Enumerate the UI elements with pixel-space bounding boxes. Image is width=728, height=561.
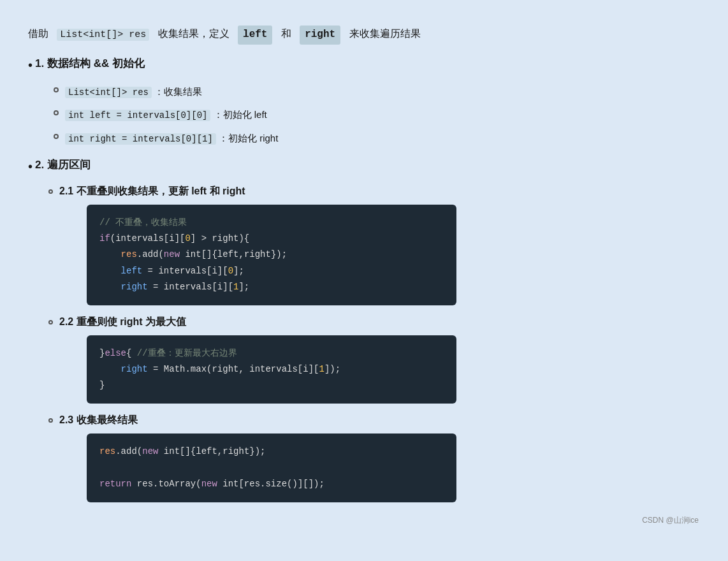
footer: CSDN @山涧ice bbox=[28, 515, 699, 526]
section1-title: 1. 数据结构 && 初始化 bbox=[35, 56, 145, 71]
code-line bbox=[99, 460, 444, 476]
intro-highlight2: right bbox=[300, 26, 340, 45]
section2-title: 2. 遍历区间 bbox=[35, 157, 91, 172]
item-text: int left = intervals[0][0] ：初始化 left bbox=[65, 106, 267, 124]
code-block-2-3: res.add(new int[]{left,right}); return r… bbox=[87, 433, 456, 502]
item-desc: ：收集结果 bbox=[154, 86, 202, 97]
item-code: int left = intervals[0][0] bbox=[65, 110, 210, 121]
code-line: if(intervals[i][0] > right){ bbox=[99, 231, 444, 247]
item-text: int right = intervals[0][1] ：初始化 right bbox=[65, 130, 278, 147]
item-code: List<int[]> res bbox=[65, 87, 152, 98]
section2-bullet: • bbox=[28, 157, 33, 175]
intro-highlight1: left bbox=[238, 26, 272, 45]
code-line: right = intervals[i][1]; bbox=[99, 279, 444, 295]
subsection-2-3: 2.3 收集最终结果 res.add(new int[]{left,right}… bbox=[48, 414, 699, 502]
section1-header: • 1. 数据结构 && 初始化 bbox=[28, 56, 699, 78]
intro-text-end: 来收集遍历结果 bbox=[349, 28, 421, 39]
code-block-2-1: // 不重叠，收集结果 if(intervals[i][0] > right){… bbox=[87, 205, 456, 305]
list-item: int left = intervals[0][0] ：初始化 left bbox=[54, 106, 699, 124]
intro-line: 借助 List<int[]> res 收集结果，定义 left 和 right … bbox=[28, 26, 699, 45]
intro-text-and: 和 bbox=[281, 28, 291, 39]
code-line: res.add(new int[]{left,right}); bbox=[99, 247, 444, 263]
subsection-2-2: 2.2 重叠则使 right 为最大值 }else{ //重叠：更新最大右边界 … bbox=[48, 316, 699, 404]
code-line: // 不重叠，收集结果 bbox=[99, 215, 444, 231]
list-item: int right = intervals[0][1] ：初始化 right bbox=[54, 130, 699, 147]
circle-dot-icon bbox=[48, 418, 53, 423]
circle-dot-icon bbox=[48, 189, 53, 194]
section1-list: List<int[]> res ：收集结果 int left = interva… bbox=[33, 84, 699, 147]
code-line: left = intervals[i][0]; bbox=[99, 263, 444, 279]
code-line: }else{ //重叠：更新最大右边界 bbox=[99, 346, 444, 361]
code-block-2-2: }else{ //重叠：更新最大右边界 right = Math.max(rig… bbox=[87, 335, 456, 404]
list-item: List<int[]> res ：收集结果 bbox=[54, 84, 699, 101]
item-desc: ：初始化 left bbox=[214, 109, 267, 120]
code-line: } bbox=[99, 377, 444, 393]
section2-header: • 2. 遍历区间 bbox=[28, 157, 699, 180]
intro-code1: List<int[]> res bbox=[57, 29, 149, 41]
subsection-2-1-title: 2.1 不重叠则收集结果，更新 left 和 right bbox=[48, 185, 699, 198]
footer-text: CSDN @山涧ice bbox=[642, 516, 699, 525]
item-desc: ：初始化 right bbox=[219, 133, 278, 143]
sub-bullet-icon bbox=[54, 87, 59, 92]
section1-bullet: • bbox=[28, 56, 33, 74]
item-text: List<int[]> res ：收集结果 bbox=[65, 84, 202, 101]
item-code: int right = intervals[0][1] bbox=[65, 133, 216, 145]
code-line: return res.toArray(new int[res.size()][]… bbox=[99, 476, 444, 492]
intro-text-before: 借助 bbox=[28, 28, 48, 39]
code-line: res.add(new int[]{left,right}); bbox=[99, 444, 444, 460]
subsection-2-3-title: 2.3 收集最终结果 bbox=[48, 414, 699, 427]
main-container: 借助 List<int[]> res 收集结果，定义 left 和 right … bbox=[13, 13, 714, 539]
sub-bullet-icon bbox=[54, 110, 59, 115]
code-line: right = Math.max(right, intervals[i][1])… bbox=[99, 361, 444, 377]
intro-text-middle1: 收集结果，定义 bbox=[158, 28, 229, 39]
subsection-2-2-title: 2.2 重叠则使 right 为最大值 bbox=[48, 316, 699, 329]
circle-dot-icon bbox=[48, 320, 53, 324]
subsection-2-1: 2.1 不重叠则收集结果，更新 left 和 right // 不重叠，收集结果… bbox=[48, 185, 699, 305]
sub-bullet-icon bbox=[54, 134, 59, 139]
